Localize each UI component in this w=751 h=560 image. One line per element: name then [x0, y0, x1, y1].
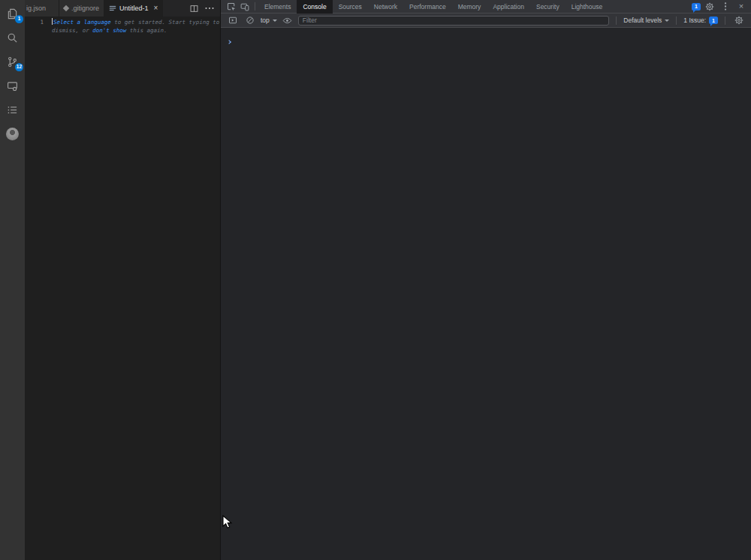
- tab-ig-json[interactable]: ig.json: [25, 0, 59, 17]
- gear-icon: [734, 16, 743, 25]
- editor-line-1: 1 Select a language to get started. Star…: [25, 18, 220, 26]
- editor-line-2: dismiss, or don't show this again.: [25, 26, 220, 35]
- divider: [616, 17, 617, 25]
- eye-icon: [282, 16, 292, 26]
- activity-item-remote-explorer[interactable]: [0, 74, 25, 98]
- devtools-close-button[interactable]: ×: [734, 1, 748, 13]
- list-icon: [7, 104, 18, 116]
- kebab-menu-icon: [724, 2, 727, 11]
- screen: 1 12: [0, 0, 751, 560]
- activity-bar: 1 12: [0, 0, 25, 560]
- devtools-menu-button[interactable]: [719, 1, 732, 13]
- inspect-element-button[interactable]: [225, 1, 238, 13]
- line-number-empty: [25, 26, 44, 35]
- activity-item-explorer[interactable]: 1: [0, 2, 25, 26]
- issues-label: 1 Issue:: [683, 17, 706, 24]
- devtools-settings-button[interactable]: [703, 1, 716, 13]
- divider: [255, 2, 255, 11]
- console-sidebar-icon: [228, 16, 237, 25]
- log-levels-dropdown[interactable]: Default levels: [623, 17, 669, 24]
- editor-group: ig.json .gitignore Untitled-1 ×: [25, 0, 220, 560]
- text-file-icon: [109, 5, 116, 12]
- hint-text: dismiss, or: [52, 27, 92, 34]
- tab-security[interactable]: Security: [530, 0, 566, 14]
- git-file-icon: [63, 5, 69, 11]
- activity-item-search[interactable]: [0, 26, 25, 50]
- clear-console-icon: [246, 16, 255, 25]
- issues-button[interactable]: 1 Issue: 1: [683, 17, 718, 24]
- clear-console-button[interactable]: [243, 14, 257, 26]
- device-toolbar-icon: [240, 2, 249, 11]
- monitor-icon: [7, 80, 18, 92]
- source-control-badge: 12: [15, 63, 23, 71]
- tab-label: ig.json: [26, 5, 46, 12]
- divider: [725, 17, 725, 25]
- hint-text: to get started. Start typing to: [111, 19, 220, 26]
- devtools-panel: Elements Console Sources Network Perform…: [220, 0, 751, 560]
- editor-actions: [184, 0, 220, 17]
- mouse-cursor: [222, 515, 233, 530]
- console-output[interactable]: [221, 29, 751, 560]
- tab-sources[interactable]: Sources: [333, 0, 368, 14]
- select-language-link[interactable]: Select a language: [53, 19, 111, 26]
- editor-hint-line-1: Select a language to get started. Start …: [52, 18, 219, 26]
- editor-tab-bar: ig.json .gitignore Untitled-1 ×: [25, 0, 220, 17]
- tab-memory[interactable]: Memory: [452, 0, 487, 14]
- activity-item-account[interactable]: [0, 122, 25, 146]
- tab-network[interactable]: Network: [368, 0, 403, 14]
- devtools-tab-bar: Elements Console Sources Network Perform…: [221, 0, 751, 14]
- more-actions-icon[interactable]: [205, 7, 214, 10]
- tab-label: Untitled-1: [119, 5, 149, 12]
- close-icon: ×: [739, 2, 743, 11]
- live-expression-button[interactable]: [281, 14, 294, 26]
- console-filter-input[interactable]: [298, 16, 609, 26]
- gear-icon: [705, 2, 714, 11]
- js-context-selector[interactable]: top: [261, 17, 277, 24]
- chevron-down-icon: [665, 20, 669, 22]
- tab-elements[interactable]: Elements: [258, 0, 297, 14]
- device-toolbar-button[interactable]: [238, 1, 252, 13]
- split-editor-icon[interactable]: [190, 5, 198, 13]
- devtools-header-actions: 1: [692, 1, 751, 13]
- tab-gitignore[interactable]: .gitignore: [59, 0, 104, 17]
- tab-console[interactable]: Console: [297, 0, 332, 14]
- tab-lighthouse[interactable]: Lighthouse: [566, 0, 609, 14]
- inspect-icon: [227, 2, 236, 11]
- issue-count-badge: 1: [709, 17, 718, 24]
- close-tab-icon[interactable]: ×: [154, 5, 158, 12]
- console-sidebar-toggle[interactable]: [226, 14, 240, 26]
- issues-counter-badge[interactable]: 1: [692, 3, 701, 11]
- context-label: top: [261, 17, 270, 24]
- activity-item-source-control[interactable]: 12: [0, 50, 25, 74]
- dont-show-link[interactable]: don't show: [92, 27, 126, 34]
- account-avatar: [6, 128, 19, 140]
- line-number: 1: [25, 18, 44, 26]
- tab-application[interactable]: Application: [487, 0, 530, 14]
- editor[interactable]: 1 Select a language to get started. Star…: [25, 17, 220, 35]
- divider: [676, 17, 677, 25]
- tab-performance[interactable]: Performance: [403, 0, 452, 14]
- vscode-window: 1 12: [0, 0, 220, 560]
- console-toolbar: top Default levels 1 Issue: 1: [221, 14, 751, 28]
- hint-text: this again.: [126, 27, 167, 34]
- levels-label: Default levels: [623, 17, 662, 24]
- explorer-badge: 1: [15, 15, 23, 23]
- chevron-down-icon: [273, 20, 277, 22]
- console-prompt-icon: [227, 40, 231, 44]
- tab-untitled-1[interactable]: Untitled-1 ×: [104, 0, 163, 17]
- tab-label: .gitignore: [71, 5, 99, 12]
- activity-item-list[interactable]: [0, 98, 25, 122]
- text-caret: [52, 18, 53, 25]
- editor-hint-line-2: dismiss, or don't show this again.: [52, 26, 167, 35]
- search-icon: [7, 32, 18, 44]
- console-prompt-row[interactable]: [221, 29, 751, 47]
- console-settings-button[interactable]: [732, 14, 746, 26]
